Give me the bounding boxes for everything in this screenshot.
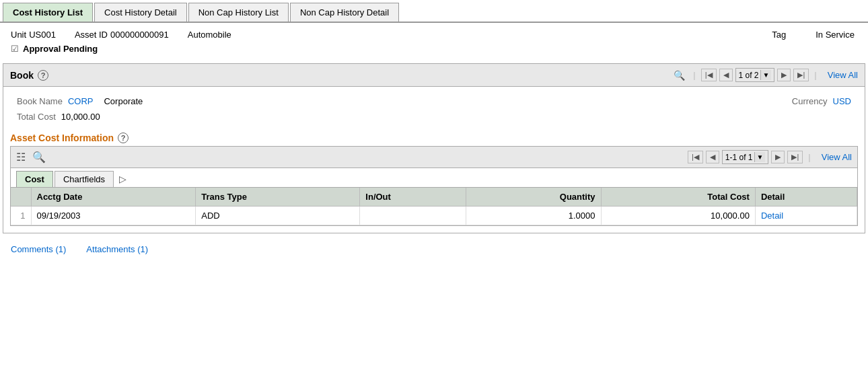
cell-total-cost: 10,000.00	[601, 207, 755, 225]
sub-tab-expand-arrow[interactable]: ▷	[115, 171, 131, 187]
toolbar-left: ☷ 🔍	[16, 151, 46, 163]
asset-view-all-link[interactable]: View All	[822, 152, 852, 162]
asset-page-display: 1-1 of 1	[725, 153, 753, 162]
book-header: Book ? 🔍 | |◀ ◀ 1 of 2 ▼ ▶ ▶| | View All	[3, 64, 865, 87]
book-nav-controls: 🔍 | |◀ ◀ 1 of 2 ▼ ▶ ▶| | View All	[674, 68, 858, 82]
total-cost-value: 10,000.00	[61, 112, 100, 122]
asset-cost-toolbar: ☷ 🔍 |◀ ◀ 1-1 of 1 ▼ ▶ ▶| | View All	[11, 147, 857, 168]
book-section: Book ? 🔍 | |◀ ◀ 1 of 2 ▼ ▶ ▶| | View All…	[3, 63, 865, 233]
book-title: Book	[10, 70, 34, 81]
book-content: Book Name CORP Corporate Currency USD To…	[3, 87, 865, 128]
cell-in-out	[360, 207, 466, 225]
unit-value: US001	[29, 30, 56, 40]
approval-checkbox-icon: ☑	[11, 44, 19, 54]
sub-tab-chartfields[interactable]: Chartfields	[55, 171, 114, 187]
col-rownum	[11, 188, 31, 207]
asset-nav-last[interactable]: ▶|	[787, 151, 803, 163]
book-name-desc: Corporate	[104, 96, 143, 106]
col-acctg-date: Acctg Date	[31, 188, 196, 207]
col-quantity: Quantity	[466, 188, 601, 207]
book-nav-sep2: |	[814, 70, 816, 80]
col-total-cost: Total Cost	[601, 188, 755, 207]
book-page-box: 1 of 2 ▼	[735, 68, 775, 82]
tag-label: Tag	[772, 30, 786, 40]
table-header-row: Acctg Date Trans Type In/Out Quantity To…	[11, 188, 857, 207]
sub-tabs: Cost Chartfields ▷	[11, 168, 857, 188]
asset-type-value: Automobile	[188, 30, 231, 40]
approval-pending-label: Approval Pending	[23, 44, 98, 54]
asset-id-label: Asset ID	[75, 30, 108, 40]
book-search-icon[interactable]: 🔍	[674, 70, 685, 81]
toolbar-search-icon[interactable]: 🔍	[32, 151, 46, 163]
book-view-all-link[interactable]: View All	[828, 70, 858, 80]
book-help-icon[interactable]: ?	[38, 70, 48, 81]
tab-non-cap-history-detail[interactable]: Non Cap History Detail	[290, 3, 399, 22]
book-nav-sep: |	[693, 70, 695, 80]
asset-cost-section: Asset Cost Information ? ☷ 🔍 |◀ ◀ 1-1 of…	[10, 128, 858, 226]
approval-row: ☑ Approval Pending	[0, 42, 868, 59]
total-cost-row: Total Cost 10,000.00	[17, 112, 851, 122]
book-fields: Book Name CORP Corporate Currency USD	[17, 96, 851, 106]
book-name-label: Book Name	[17, 96, 63, 106]
cell-trans-type: ADD	[196, 207, 360, 225]
in-service-label: In Service	[816, 30, 855, 40]
total-cost-label: Total Cost	[17, 112, 56, 122]
tab-bar: Cost History List Cost History Detail No…	[0, 0, 868, 23]
cell-rownum: 1	[11, 207, 31, 225]
header-info: Unit US001 Asset ID 000000000091 Automob…	[0, 23, 868, 42]
tab-cost-history-detail[interactable]: Cost History Detail	[94, 3, 187, 22]
currency-value: USD	[833, 96, 851, 106]
col-trans-type: Trans Type	[196, 188, 360, 207]
asset-page-dropdown[interactable]: ▼	[754, 152, 766, 162]
cell-acctg-date: 09/19/2003	[31, 207, 196, 225]
unit-label: Unit	[11, 30, 26, 40]
sub-tab-cost[interactable]: Cost	[16, 171, 53, 187]
book-page-display: 1 of 2	[739, 71, 759, 80]
book-header-left: Book ?	[10, 70, 48, 81]
asset-cost-help-icon[interactable]: ?	[118, 133, 129, 143]
col-in-out: In/Out	[360, 188, 466, 207]
asset-cost-table: Acctg Date Trans Type In/Out Quantity To…	[11, 188, 857, 225]
col-detail: Detail	[755, 188, 857, 207]
book-nav-next[interactable]: ▶	[777, 69, 791, 81]
table-row: 1 09/19/2003 ADD 1.0000 10,000.00 Detail	[11, 207, 857, 225]
asset-id-value: 000000000091	[110, 30, 169, 40]
currency-label: Currency	[792, 96, 828, 106]
book-nav-first[interactable]: |◀	[701, 69, 717, 81]
footer-links: Comments (1) Attachments (1)	[0, 237, 868, 261]
asset-cost-header: Asset Cost Information ?	[10, 128, 858, 146]
comments-link[interactable]: Comments (1)	[11, 244, 66, 254]
attachments-link[interactable]: Attachments (1)	[86, 244, 148, 254]
book-nav-last[interactable]: ▶|	[793, 69, 809, 81]
asset-cost-table-wrap: ☷ 🔍 |◀ ◀ 1-1 of 1 ▼ ▶ ▶| | View All	[10, 146, 858, 226]
asset-nav-prev[interactable]: ◀	[706, 151, 719, 163]
book-name-field: Book Name CORP Corporate	[17, 96, 143, 106]
asset-nav-sep: |	[808, 152, 810, 162]
currency-field: Currency USD	[792, 96, 851, 106]
book-name-value: CORP	[68, 96, 94, 106]
book-page-dropdown[interactable]: ▼	[760, 70, 772, 80]
asset-nav-next[interactable]: ▶	[771, 151, 785, 163]
book-nav-prev[interactable]: ◀	[719, 69, 733, 81]
tab-cost-history-list[interactable]: Cost History List	[3, 3, 93, 22]
cell-quantity: 1.0000	[466, 207, 601, 225]
asset-cost-title: Asset Cost Information	[10, 133, 114, 143]
toolbar-table-icon[interactable]: ☷	[16, 151, 26, 163]
cell-detail-link[interactable]: Detail	[755, 207, 857, 225]
tab-non-cap-history-list[interactable]: Non Cap History List	[188, 3, 289, 22]
asset-nav-first[interactable]: |◀	[688, 151, 703, 163]
toolbar-right: |◀ ◀ 1-1 of 1 ▼ ▶ ▶| | View All	[688, 150, 852, 164]
asset-page-box: 1-1 of 1 ▼	[722, 150, 769, 164]
